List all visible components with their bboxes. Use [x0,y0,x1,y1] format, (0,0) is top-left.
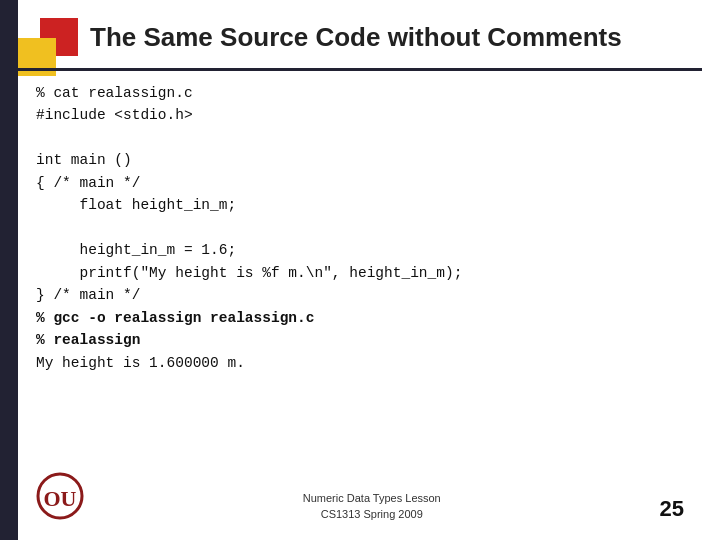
slide-title: The Same Source Code without Comments [90,22,622,53]
code-line-1: % cat realassign.c #include <stdio.h> in… [36,85,462,303]
title-rule [18,68,702,71]
slide-container: The Same Source Code without Comments % … [0,0,720,540]
footer-text: Numeric Data Types Lesson CS1313 Spring … [84,491,660,522]
svg-text:OU: OU [44,486,77,511]
footer-course: Numeric Data Types Lesson [84,491,660,506]
footer-semester: CS1313 Spring 2009 [84,507,660,522]
code-line-bold-1: % gcc -o realassign realassign.c % reala… [36,310,314,348]
code-line-output: My height is 1.600000 m. [36,355,245,371]
code-block: % cat realassign.c #include <stdio.h> in… [36,82,684,374]
left-bar [0,0,18,540]
footer: OU Numeric Data Types Lesson CS1313 Spri… [36,470,684,522]
ou-logo: OU [36,470,84,522]
page-number: 25 [660,496,684,522]
